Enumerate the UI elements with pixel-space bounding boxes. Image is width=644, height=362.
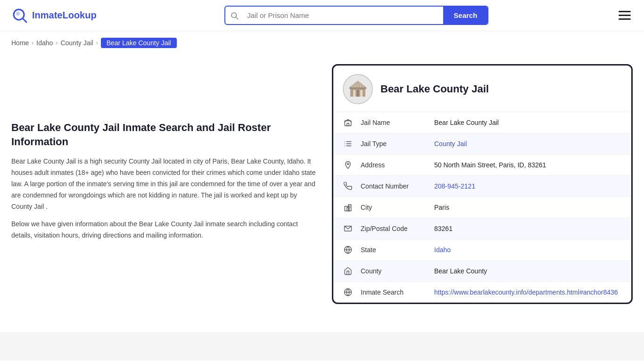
row-link[interactable]: Idaho — [434, 246, 451, 254]
svg-point-2 — [16, 12, 20, 16]
breadcrumb: Home › Idaho › County Jail › Bear Lake C… — [0, 31, 644, 55]
row-value[interactable]: 208-945-2121 — [434, 182, 622, 190]
hamburger-menu[interactable] — [617, 9, 633, 22]
svg-line-4 — [236, 17, 238, 19]
breadcrumb-home[interactable]: Home — [11, 39, 29, 47]
search-globe-icon — [343, 288, 353, 296]
row-value: 50 North Main Street, Paris, ID, 83261 — [434, 161, 622, 169]
courthouse-icon — [347, 79, 368, 99]
row-label: Contact Number — [361, 182, 427, 190]
building-icon — [343, 118, 353, 127]
info-table: Jail NameBear Lake County JailJail TypeC… — [333, 112, 631, 303]
svg-rect-8 — [353, 90, 355, 97]
svg-rect-11 — [352, 85, 353, 88]
table-row: Address50 North Main Street, Paris, ID, … — [333, 155, 631, 176]
row-link[interactable]: County Jail — [434, 140, 467, 148]
phone-icon — [343, 182, 353, 190]
breadcrumb-active: Bear Lake County Jail — [101, 38, 177, 48]
svg-rect-15 — [363, 85, 364, 88]
svg-rect-9 — [357, 90, 359, 97]
row-value: Bear Lake County — [434, 267, 622, 275]
row-link[interactable]: 208-945-2121 — [434, 182, 475, 190]
table-row: Inmate Searchhttps://www.bearlakecounty.… — [333, 282, 631, 303]
card-header: Bear Lake County Jail — [333, 66, 631, 112]
row-link[interactable]: https://www.bearlakecounty.info/departme… — [434, 288, 618, 296]
svg-line-1 — [23, 18, 26, 22]
table-row: StateIdaho — [333, 239, 631, 261]
row-label: Jail Type — [361, 140, 427, 148]
table-row: Contact Number208-945-2121 — [333, 176, 631, 197]
chevron-icon-1: › — [32, 40, 33, 46]
logo-text-rest: Lookup — [62, 10, 96, 20]
row-label: State — [361, 246, 427, 254]
svg-rect-10 — [360, 90, 363, 97]
hamburger-line-2 — [619, 15, 631, 16]
row-label: Inmate Search — [361, 288, 427, 296]
footer-bar — [0, 332, 644, 361]
jail-avatar — [343, 74, 373, 104]
breadcrumb-idaho[interactable]: Idaho — [36, 39, 53, 47]
county-icon — [343, 267, 353, 275]
row-label: County — [361, 267, 427, 275]
chevron-icon-3: › — [96, 40, 98, 46]
left-panel: Bear Lake County Jail Inmate Search and … — [11, 64, 318, 304]
description-paragraph-2: Below we have given information about th… — [11, 219, 318, 241]
globe-icon — [343, 246, 353, 254]
hamburger-line-3 — [619, 18, 631, 20]
row-label: City — [361, 204, 427, 211]
svg-rect-13 — [357, 83, 358, 88]
list-icon — [343, 140, 353, 148]
row-value: 83261 — [434, 225, 622, 232]
row-value: Bear Lake County Jail — [434, 119, 622, 126]
info-card: Bear Lake County Jail Jail NameBear Lake… — [332, 64, 633, 304]
logo-text: InmateLookup — [32, 10, 97, 21]
logo-icon — [11, 7, 28, 24]
chevron-icon-2: › — [56, 40, 58, 46]
logo[interactable]: InmateLookup — [11, 7, 97, 24]
city-icon — [343, 203, 353, 212]
svg-rect-14 — [360, 84, 361, 88]
row-value[interactable]: Idaho — [434, 246, 622, 254]
row-label: Address — [361, 161, 427, 169]
card-title: Bear Lake County Jail — [380, 83, 489, 95]
breadcrumb-county-jail[interactable]: County Jail — [60, 39, 93, 47]
row-label: Zip/Postal Code — [361, 225, 427, 232]
table-row: Jail NameBear Lake County Jail — [333, 112, 631, 133]
table-row: Jail TypeCounty Jail — [333, 133, 631, 155]
search-bar: Search — [224, 6, 488, 25]
row-value[interactable]: https://www.bearlakecounty.info/departme… — [434, 288, 622, 296]
svg-rect-12 — [355, 84, 355, 88]
hamburger-line-1 — [619, 11, 631, 12]
row-label: Jail Name — [361, 119, 427, 126]
header: InmateLookup Search — [0, 0, 644, 31]
main-content: Bear Lake County Jail Inmate Search and … — [0, 55, 644, 313]
description-paragraph-1: Bear Lake County Jail is a high security… — [11, 156, 318, 212]
svg-point-24 — [347, 163, 349, 165]
page-heading: Bear Lake County Jail Inmate Search and … — [11, 121, 318, 148]
svg-rect-17 — [347, 123, 349, 126]
table-row: CountyBear Lake County — [333, 261, 631, 282]
svg-rect-26 — [348, 205, 351, 211]
table-row: CityParis — [333, 197, 631, 218]
row-value[interactable]: County Jail — [434, 140, 622, 148]
search-input[interactable] — [243, 7, 443, 24]
row-value: Paris — [434, 204, 622, 211]
search-button[interactable]: Search — [443, 7, 487, 24]
search-icon — [225, 11, 243, 20]
table-row: Zip/Postal Code83261 — [333, 218, 631, 239]
mail-icon — [343, 224, 353, 233]
svg-point-3 — [231, 13, 237, 18]
location-icon — [343, 161, 353, 169]
